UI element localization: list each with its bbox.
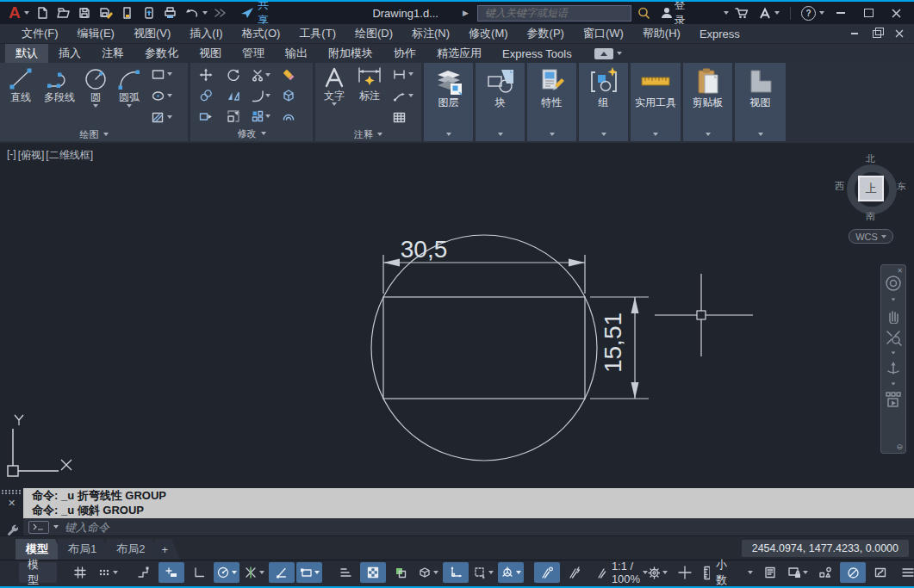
menu-express[interactable]: Express (690, 28, 749, 40)
dynamic-ucs-toggle[interactable] (443, 562, 469, 583)
command-input[interactable] (63, 520, 909, 535)
new-layout-button[interactable]: + (154, 539, 180, 560)
ribbon-tab-collaborate[interactable]: 协作 (383, 44, 426, 63)
annotation-visibility-toggle[interactable] (534, 562, 560, 583)
selection-filter-caret[interactable] (488, 571, 494, 574)
infer-constraints-toggle[interactable] (131, 562, 157, 583)
ribbon-tab-addins[interactable]: 附加模块 (318, 44, 383, 63)
menu-window[interactable]: 窗口(W) (574, 26, 633, 41)
ribbon-collapse-button[interactable] (594, 48, 613, 59)
command-close-icon[interactable]: ✕ (8, 498, 16, 507)
panel-utilities-footer[interactable] (631, 127, 681, 141)
tool-mirror[interactable] (227, 89, 240, 102)
object-snap-toggle[interactable] (269, 562, 295, 583)
navbar-minimize-icon[interactable]: ⊖ (896, 443, 903, 451)
object-snap-modes-toggle[interactable] (296, 562, 322, 583)
menu-file[interactable]: 文件(F) (12, 26, 68, 41)
snap-mode-toggle[interactable] (95, 562, 121, 583)
tool-scale[interactable] (227, 109, 240, 123)
orbit-flyout-caret[interactable] (892, 382, 896, 385)
command-history[interactable]: 命令: _u 折弯线性 GROUP 命令: _u 倾斜 GROUP (23, 488, 914, 518)
ribbon-tab-home[interactable]: 默认 (5, 44, 48, 63)
redo-button[interactable] (209, 3, 229, 22)
text-flyout-caret[interactable] (332, 102, 337, 106)
tool-stretch[interactable] (199, 109, 213, 123)
menu-format[interactable]: 格式(O) (233, 26, 290, 41)
view-cube-east[interactable]: 东 (897, 180, 906, 193)
ribbon-tab-parametric[interactable]: 参数化 (134, 44, 189, 63)
sign-in-caret[interactable] (724, 11, 729, 15)
tool-copy[interactable] (199, 89, 213, 102)
tool-move[interactable] (199, 68, 213, 82)
tool-polyline[interactable]: 多段线 (38, 65, 81, 127)
zoom-button[interactable] (885, 329, 902, 346)
ribbon-tab-express[interactable]: Express Tools (492, 44, 582, 63)
panel-block-footer[interactable] (476, 127, 525, 141)
tool-arc[interactable]: 圆弧 (110, 65, 148, 127)
view-cube-north[interactable]: 北 (866, 152, 875, 165)
object-snap-tracking-toggle[interactable] (241, 562, 267, 583)
dynamic-input-toggle[interactable] (159, 562, 184, 583)
ortho-mode-toggle[interactable] (186, 562, 212, 583)
maximize-button[interactable] (857, 4, 880, 22)
tool-circle[interactable]: 圆 (81, 65, 110, 127)
grid-display-toggle[interactable] (67, 562, 93, 583)
search-button[interactable] (633, 3, 655, 22)
lock-ui-caret[interactable] (803, 571, 808, 574)
open-file-button[interactable] (53, 3, 73, 22)
panel-clipboard-footer[interactable] (683, 127, 732, 141)
doc-close-button[interactable] (890, 27, 909, 40)
tab-layout1[interactable]: 布局1 (58, 539, 112, 560)
menu-modify[interactable]: 修改(M) (459, 26, 518, 41)
menu-draw[interactable]: 绘图(D) (345, 26, 402, 41)
graphics-performance-toggle[interactable] (840, 562, 866, 583)
menu-view[interactable]: 视图(V) (124, 26, 180, 41)
doc-restore-button[interactable] (867, 27, 886, 40)
orbit-button[interactable] (885, 360, 902, 377)
ribbon-tab-manage[interactable]: 管理 (232, 44, 275, 63)
undo-button[interactable] (182, 3, 202, 22)
customize-wrench-icon[interactable] (6, 523, 18, 535)
panel-group-footer[interactable] (579, 127, 628, 141)
sign-in-button[interactable]: 登录 (656, 3, 698, 22)
model-space-toggle[interactable]: 模型 (19, 562, 57, 583)
quick-properties-toggle[interactable] (757, 562, 783, 583)
tool-leader[interactable] (393, 89, 413, 102)
panel-block[interactable]: 块 (476, 63, 525, 141)
view-cube[interactable]: 北 南 西 东 上 (840, 152, 909, 226)
panel-clipboard[interactable]: 剪贴板 (683, 63, 732, 141)
arc-flyout-caret[interactable] (127, 104, 132, 108)
gizmo-caret[interactable] (516, 571, 521, 574)
doc-minimize-button[interactable] (845, 27, 864, 40)
panel-annotation-footer[interactable]: 注释 (315, 127, 421, 141)
wcs-button[interactable]: WCS (849, 229, 893, 244)
panel-properties[interactable]: 特性 (527, 63, 576, 141)
menu-tools[interactable]: 工具(T) (289, 26, 345, 41)
ribbon-collapse-caret[interactable] (617, 52, 622, 55)
selection-filter-toggle[interactable] (470, 562, 496, 583)
panel-draw-footer[interactable]: 绘图 (0, 127, 188, 141)
polar-tracking-toggle[interactable] (214, 562, 239, 583)
units-caret[interactable] (748, 571, 753, 574)
lineweight-toggle[interactable] (333, 562, 358, 583)
ribbon-tab-view[interactable]: 视图 (189, 44, 232, 63)
view-cube-south[interactable]: 南 (866, 210, 875, 223)
dimension-text-horizontal[interactable]: 30,5 (401, 236, 448, 263)
showmotion-button[interactable] (885, 391, 902, 408)
tool-table[interactable] (393, 110, 413, 124)
ribbon-tab-featured[interactable]: 精选应用 (426, 44, 492, 63)
menu-help[interactable]: 帮助(H) (633, 26, 690, 41)
save-as-button[interactable] (96, 3, 116, 22)
polar-tracking-caret[interactable] (232, 571, 237, 574)
command-panel-grip[interactable]: ✕ (0, 487, 23, 535)
workspace-switching-button[interactable] (644, 562, 670, 583)
view-cube-top-face[interactable]: 上 (858, 176, 884, 201)
drawn-circle[interactable] (371, 235, 597, 461)
panel-layers-footer[interactable] (424, 127, 473, 141)
tool-text[interactable]: 文字 (319, 65, 350, 127)
customization-button[interactable] (895, 562, 914, 583)
circle-flyout-caret[interactable] (93, 104, 98, 108)
wheel-flyout-caret[interactable] (892, 298, 896, 300)
ribbon-collapse-control[interactable] (594, 44, 622, 63)
panel-utilities[interactable]: 实用工具 (631, 63, 681, 141)
